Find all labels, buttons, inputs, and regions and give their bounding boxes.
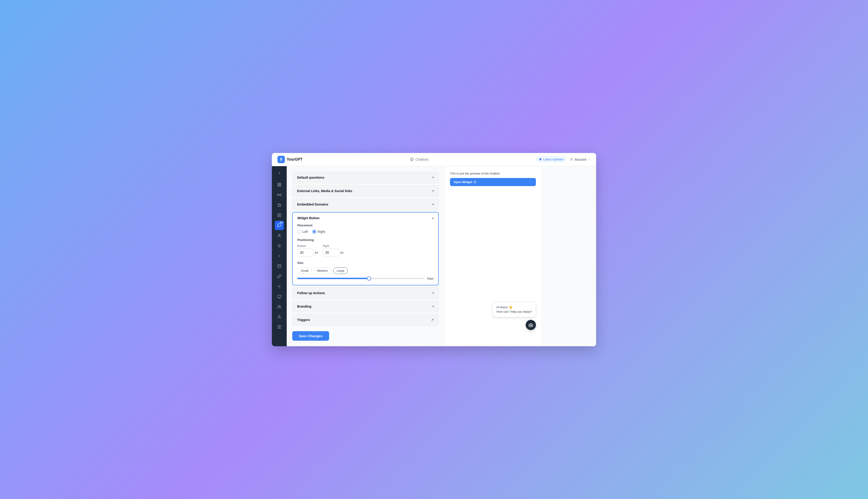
sidebar-item-workflows[interactable] <box>275 241 284 251</box>
svg-rect-1 <box>411 158 413 160</box>
external-links-header[interactable]: External Links, Media & Social links ▾ <box>293 185 438 196</box>
sidebar-item-users[interactable] <box>275 313 284 322</box>
right-input-group: Right px <box>323 244 344 256</box>
sidebar-item-chains[interactable] <box>275 272 284 281</box>
bottom-input-wrapper: px <box>297 248 318 256</box>
svg-point-21 <box>278 305 280 307</box>
svg-rect-6 <box>278 185 279 186</box>
chatbots-icon <box>410 158 414 161</box>
sidebar-item-chatbots[interactable]: 9+ <box>275 221 284 230</box>
right-px-label: px <box>341 251 344 254</box>
svg-point-17 <box>279 286 280 287</box>
account-label: Account <box>574 158 586 161</box>
sidebar-item-embed[interactable] <box>275 292 284 301</box>
sidebar-item-contacts[interactable] <box>275 231 284 240</box>
right-input-wrapper: px <box>323 248 344 256</box>
svg-point-24 <box>531 325 532 326</box>
settings-panel: Default questions ▾ External Links, Medi… <box>287 166 444 346</box>
size-small-button[interactable]: Small <box>297 267 312 274</box>
branding-label: Branding <box>297 305 311 308</box>
logo-icon <box>277 156 285 163</box>
widget-button-header[interactable]: Widget Button ▴ <box>293 212 438 223</box>
size-label: Size <box>297 261 433 265</box>
chatbots-badge: 9+ <box>279 221 284 224</box>
sidebar-item-broadcast[interactable] <box>275 190 284 199</box>
embedded-domains-section: Embedded Domains ▾ <box>292 198 439 210</box>
radio-right[interactable]: Right <box>312 230 325 233</box>
right-input[interactable] <box>323 248 339 256</box>
bottom-input[interactable] <box>297 248 313 256</box>
branding-chevron: ▾ <box>432 305 434 308</box>
open-widget-button[interactable]: Open Widget <box>450 178 536 186</box>
slider-wrapper: 54px <box>297 277 433 280</box>
external-link-icon: ↗ <box>431 318 434 322</box>
follow-up-header[interactable]: Follow up Actions ▾ <box>293 288 438 299</box>
positioning-label: Positioning <box>297 238 433 242</box>
embedded-domains-header[interactable]: Embedded Domains ▾ <box>293 199 438 210</box>
svg-point-13 <box>279 245 280 246</box>
chat-line1: Hi there! 👋 <box>497 305 532 310</box>
app-name: YourGPT <box>287 157 302 161</box>
branding-section: Branding ▾ <box>292 301 439 312</box>
sidebar-toggle[interactable] <box>275 169 284 177</box>
embedded-domains-label: Embedded Domains <box>297 203 329 206</box>
svg-rect-5 <box>280 183 281 184</box>
size-slider[interactable] <box>297 278 424 279</box>
latest-updates-label: Latest Updates <box>543 158 563 161</box>
triggers-label: Triggers <box>297 318 310 322</box>
svg-rect-7 <box>280 185 281 186</box>
size-medium-button[interactable]: Medium <box>314 267 331 274</box>
placement-group: Placement Left Right <box>297 223 433 233</box>
svg-rect-18 <box>278 295 281 297</box>
widget-button-title: Widget Button <box>297 216 320 220</box>
placement-label: Placement <box>297 223 433 227</box>
app-window: YourGPT Chatbots Latest Updates <box>272 153 596 346</box>
logo: YourGPT <box>277 156 302 163</box>
user-icon <box>570 158 573 161</box>
external-links-chevron: ▾ <box>432 189 434 193</box>
sidebar-item-team[interactable] <box>275 302 284 312</box>
header-center: Chatbots <box>410 158 428 161</box>
default-questions-section: Default questions ▾ <box>292 172 439 183</box>
sidebar-item-reports[interactable] <box>275 261 284 271</box>
external-links-section: External Links, Media & Social links ▾ <box>292 185 439 197</box>
radio-right-circle <box>312 230 316 233</box>
sidebar-item-settings[interactable] <box>275 282 284 291</box>
sidebar: 9+ <box>272 166 287 346</box>
sidebar-item-labs[interactable] <box>275 322 284 332</box>
widget-button-body: Placement Left Right <box>293 223 438 285</box>
chevron-down-icon <box>588 158 591 161</box>
sidebar-item-integrations[interactable] <box>275 200 284 210</box>
bell-icon <box>539 158 542 161</box>
follow-up-section: Follow up Actions ▾ <box>292 287 439 299</box>
latest-updates-button[interactable]: Latest Updates <box>536 156 566 162</box>
widget-button-section: Widget Button ▴ Placement Left <box>292 212 439 285</box>
radio-left[interactable]: Left <box>297 230 308 233</box>
size-large-button[interactable]: Large <box>333 267 348 274</box>
sidebar-item-dashboard[interactable] <box>275 180 284 189</box>
positioning-row: Bottom px Right <box>297 244 433 256</box>
svg-point-3 <box>412 159 412 159</box>
sidebar-item-documents[interactable] <box>275 211 284 220</box>
header-right: Latest Updates Account <box>536 156 591 162</box>
account-button[interactable]: Account <box>570 158 591 161</box>
external-link-icon <box>474 181 476 183</box>
branding-header[interactable]: Branding ▾ <box>293 301 438 312</box>
bottom-input-group: Bottom px <box>297 244 318 256</box>
preview-description: This is just the preview of the chatbot. <box>450 172 536 175</box>
chat-bot-icon[interactable] <box>526 320 536 330</box>
preview-panel: This is just the preview of the chatbot.… <box>444 166 542 346</box>
svg-point-8 <box>279 194 280 195</box>
default-questions-chevron: ▾ <box>432 176 434 179</box>
save-changes-button[interactable]: Save Changes <box>292 331 329 341</box>
triggers-section: Triggers ↗ <box>292 314 439 326</box>
radio-group: Left Right <box>297 230 433 233</box>
triggers-header[interactable]: Triggers ↗ <box>293 314 438 326</box>
sidebar-item-back[interactable] <box>275 251 284 260</box>
follow-up-label: Follow up Actions <box>297 291 325 295</box>
follow-up-chevron: ▾ <box>432 291 434 295</box>
size-section: Size Small Medium Large 54px <box>297 261 433 280</box>
positioning-section: Positioning Bottom px <box>297 238 433 256</box>
slider-value: 54px <box>427 277 433 280</box>
default-questions-header[interactable]: Default questions ▾ <box>293 172 438 183</box>
